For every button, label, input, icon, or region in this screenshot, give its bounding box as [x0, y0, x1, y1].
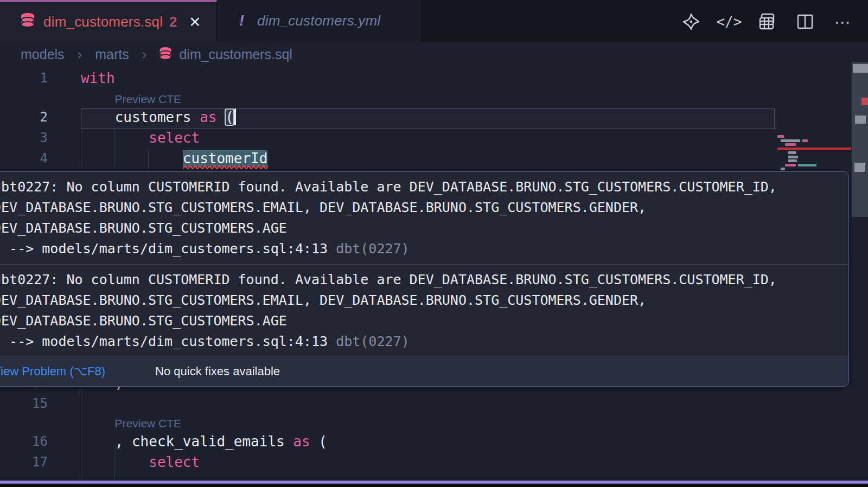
line-number: 16: [0, 431, 48, 452]
breadcrumb-item-models[interactable]: models: [21, 47, 65, 62]
error-highlighted-word: customerId: [183, 150, 268, 166]
panel-accent-border: [0, 480, 868, 484]
window-edge: [0, 484, 868, 487]
chevron-right-icon: ›: [142, 46, 147, 63]
breadcrumb-file[interactable]: dim_customers.sql: [179, 47, 292, 62]
code-line[interactable]: customers as (: [81, 107, 234, 127]
chevron-right-icon: ›: [78, 46, 82, 63]
codelens-preview-cte[interactable]: Preview CTE: [115, 415, 182, 432]
error-message-line: DEV_DATABASE.BRUNO.STG_CUSTOMERS.AGE: [0, 311, 848, 331]
overview-ruler-marker: [853, 64, 868, 73]
indent-guide: [81, 387, 81, 480]
text-cursor: [234, 108, 236, 125]
breadcrumb: models › marts › dim_customers.sql: [0, 42, 868, 67]
error-message-line: dbt0227: No column CUSTOMERID found. Ava…: [0, 270, 848, 290]
breadcrumb-item-marts[interactable]: marts: [95, 47, 129, 62]
indent-guide: [114, 129, 114, 169]
line-number: 3: [0, 127, 48, 148]
minimap-line: [777, 143, 851, 146]
dbt-error-code: dbt(0227): [336, 241, 409, 257]
minimap-error-line: [777, 148, 851, 150]
editor-toolbar: </> ⋯: [681, 10, 853, 34]
dbt-database-icon: [158, 47, 173, 62]
error-message-block: dbt0227: No column CUSTOMERID found. Ava…: [0, 172, 848, 264]
query-results-icon[interactable]: [757, 12, 777, 31]
modified-warning-icon: !: [239, 12, 244, 29]
tab-dim-customers-sql[interactable]: dim_customers.sql 2 ✕: [0, 0, 217, 42]
line-number: 17: [0, 452, 48, 472]
indent-guide: [81, 129, 81, 169]
split-editor-icon[interactable]: [795, 12, 815, 31]
tab-label: dim_customers.yml: [257, 12, 380, 29]
minimap-line: [777, 135, 851, 138]
error-message-line: --> models/marts/dim_customers.sql:4:13 …: [0, 239, 848, 259]
hover-status-bar: View Problem (⌥F8) No quick fixes availa…: [0, 356, 848, 386]
codelens-preview-cte[interactable]: Preview CTE: [115, 91, 182, 107]
close-icon[interactable]: ✕: [189, 14, 201, 31]
tab-label: dim_customers.sql: [43, 14, 163, 30]
line-number: 15: [0, 393, 48, 414]
minimap-line: [777, 164, 851, 166]
dbt-logo-icon[interactable]: [681, 12, 701, 31]
error-message-line: DEV_DATABASE.BRUNO.STG_CUSTOMERS.EMAIL, …: [0, 290, 848, 311]
inline-code-icon[interactable]: </>: [719, 12, 739, 31]
minimap-line: [777, 151, 851, 154]
overview-ruler-marker: [855, 116, 866, 124]
overview-ruler-marker: [861, 98, 868, 105]
tab-bar: dim_customers.sql 2 ✕ ! dim_customers.ym…: [0, 0, 868, 42]
indent-guide: [114, 446, 114, 480]
code-line[interactable]: select: [81, 127, 200, 148]
dbt-error-code: dbt(0227): [336, 334, 409, 349]
error-message-line: DEV_DATABASE.BRUNO.STG_CUSTOMERS.AGE: [0, 218, 848, 239]
code-line[interactable]: select: [81, 452, 200, 472]
scrollbar[interactable]: [852, 67, 868, 482]
minimap-line: [777, 139, 851, 142]
minimap-line: [777, 156, 851, 158]
error-message-line: dbt0227: No column CUSTOMERID found. Ava…: [0, 177, 848, 197]
matched-bracket: (: [225, 109, 234, 125]
error-message-line: --> models/marts/dim_customers.sql:4:13 …: [0, 331, 848, 352]
line-number: 1: [0, 68, 48, 88]
error-squiggle: [183, 165, 268, 170]
no-quick-fixes-text: No quick fixes available: [155, 364, 280, 379]
minimap-line: [777, 159, 851, 162]
tab-dim-customers-yml[interactable]: ! dim_customers.yml: [218, 0, 422, 42]
error-hover-popup: dbt0227: No column CUSTOMERID found. Ava…: [0, 171, 849, 387]
error-message-line: DEV_DATABASE.BRUNO.STG_CUSTOMERS.EMAIL, …: [0, 197, 848, 218]
minimap-line: [777, 168, 851, 170]
line-number: 4: [0, 148, 48, 169]
line-number: 2: [0, 107, 48, 127]
more-actions-icon[interactable]: ⋯: [833, 12, 853, 31]
vscode-window: dim_customers.sql 2 ✕ ! dim_customers.ym…: [0, 0, 868, 487]
code-line[interactable]: , check_valid_emails as (: [81, 431, 327, 452]
error-message-block: dbt0227: No column CUSTOMERID found. Ava…: [0, 265, 848, 357]
code-line[interactable]: with: [81, 68, 115, 88]
scrollbar-thumb[interactable]: [852, 62, 868, 217]
dbt-database-icon: [20, 12, 36, 32]
tab-problems-badge: 2: [169, 14, 177, 30]
overview-ruler-marker: [854, 163, 865, 172]
indent-guide: [148, 150, 149, 169]
view-problem-link[interactable]: View Problem (⌥F8): [0, 364, 105, 379]
